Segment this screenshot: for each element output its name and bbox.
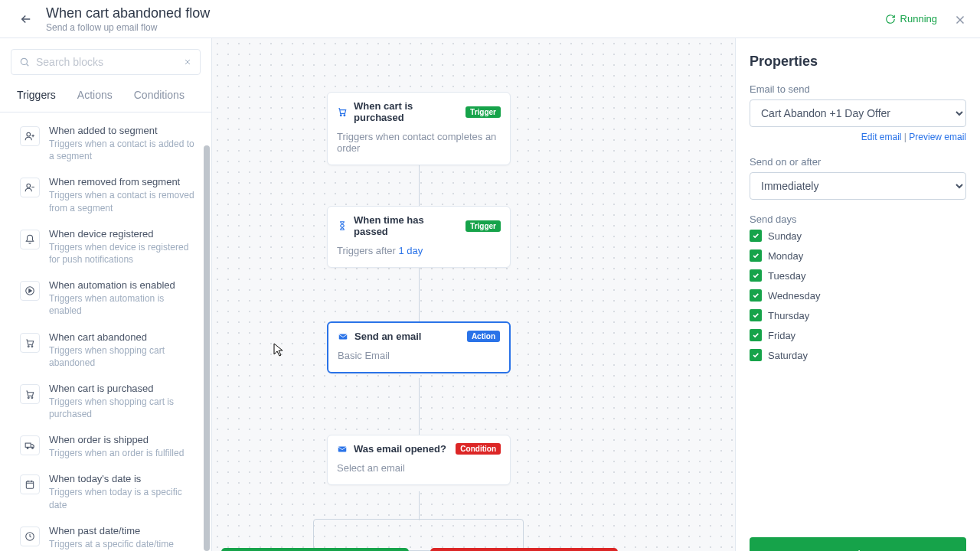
connector <box>419 491 420 520</box>
day-label: Wednesday <box>768 290 820 302</box>
day-checkbox-row[interactable]: Friday <box>750 329 966 341</box>
block-item[interactable]: When cart is purchased Triggers when sho… <box>0 375 211 426</box>
node-title: When cart is purchased <box>354 100 459 123</box>
block-title: When order is shipped <box>49 434 184 445</box>
send-on-select[interactable]: Immediately <box>750 172 966 200</box>
email-label: Email to send <box>750 83 966 95</box>
day-checkbox-row[interactable]: Thursday <box>750 309 966 321</box>
tab-triggers[interactable]: Triggers <box>17 89 56 106</box>
block-desc: Triggers when an order is fulfilled <box>49 447 184 459</box>
search-input[interactable] <box>11 49 201 75</box>
edit-email-link[interactable]: Edit email <box>861 132 902 142</box>
block-item[interactable]: When order is shipped Triggers when an o… <box>0 426 211 465</box>
block-desc: Triggers when a contact is removed from … <box>49 189 196 214</box>
checkbox-icon[interactable] <box>750 309 762 321</box>
properties-panel: Properties Email to send Cart Abandon +1… <box>735 38 980 551</box>
node-badge: Trigger <box>466 220 501 232</box>
block-title: When device registered <box>49 228 196 240</box>
node-badge: Trigger <box>466 106 501 118</box>
branch-no[interactable] <box>430 548 618 551</box>
block-desc: Triggers when today is a specific date <box>49 486 196 510</box>
bell-icon <box>20 230 40 249</box>
cart-icon <box>20 333 40 353</box>
block-desc: Triggers when shopping cart is purchased <box>49 396 196 420</box>
checkbox-icon[interactable] <box>750 349 762 361</box>
svg-point-9 <box>27 448 28 449</box>
block-item[interactable]: When cart abandoned Triggers when shoppi… <box>0 324 211 375</box>
node-body: Triggers when contact completes an order <box>328 126 510 165</box>
svg-point-0 <box>21 58 27 64</box>
preview-email-link[interactable]: Preview email <box>909 132 966 142</box>
flow-canvas[interactable]: When cart is purchased Trigger Triggers … <box>212 38 735 551</box>
svg-rect-16 <box>338 446 347 452</box>
refresh-icon <box>885 14 896 24</box>
day-checkbox-row[interactable]: Monday <box>750 249 966 262</box>
node-title: Was email opened? <box>354 443 449 455</box>
cart-icon <box>20 384 40 404</box>
day-checkbox-row[interactable]: Tuesday <box>750 269 966 282</box>
day-label: Sunday <box>768 230 802 242</box>
page-title: When cart abandoned flow <box>46 5 885 21</box>
cursor-icon <box>273 343 284 357</box>
flow-node-condition[interactable]: Was email opened? Condition Select an em… <box>327 435 511 485</box>
branch-yes[interactable] <box>221 548 409 551</box>
search-icon <box>19 57 30 67</box>
svg-rect-8 <box>25 443 31 447</box>
status-badge: Running <box>885 13 937 24</box>
cart-blue-icon <box>337 106 348 117</box>
day-label: Saturday <box>768 350 808 361</box>
day-checkbox-row[interactable]: Wednesday <box>750 289 966 302</box>
block-item[interactable]: When automation is enabled Triggers when… <box>0 272 211 323</box>
checkbox-icon[interactable] <box>750 249 762 262</box>
svg-point-7 <box>31 397 33 399</box>
checkbox-icon[interactable] <box>750 269 762 282</box>
node-badge: Action <box>467 331 500 342</box>
checkbox-icon[interactable] <box>750 329 762 341</box>
day-label: Friday <box>768 330 795 341</box>
block-item[interactable]: When today's date is Triggers when today… <box>0 465 211 517</box>
clock-icon <box>20 527 40 546</box>
update-button[interactable]: Update <box>750 537 966 551</box>
day-label: Monday <box>768 250 803 262</box>
block-item[interactable]: When device registered Triggers when dev… <box>0 220 211 272</box>
hourglass-blue-icon <box>337 220 348 231</box>
connector <box>419 378 420 437</box>
flow-node-action[interactable]: Send an email Action Basic Email <box>327 321 511 373</box>
play-icon <box>20 281 40 301</box>
user-minus-icon <box>20 178 40 197</box>
node-title: When time has passed <box>354 214 459 237</box>
truck-icon <box>20 435 40 455</box>
block-title: When cart abandoned <box>49 331 196 343</box>
svg-point-1 <box>27 132 31 136</box>
sidebar: Triggers Actions Conditions When added t… <box>0 38 212 551</box>
flow-node-trigger[interactable]: When cart is purchased Trigger Triggers … <box>327 92 511 165</box>
flow-node-trigger[interactable]: When time has passed Trigger Triggers af… <box>327 206 511 268</box>
svg-point-10 <box>32 448 34 449</box>
tab-actions[interactable]: Actions <box>77 89 113 106</box>
close-button[interactable] <box>951 11 969 29</box>
block-desc: Triggers when a contact is added to a se… <box>49 138 196 162</box>
block-desc: Triggers when shopping cart abandoned <box>49 344 196 369</box>
svg-point-4 <box>28 345 29 347</box>
clear-icon[interactable] <box>183 57 192 67</box>
block-item[interactable]: When removed from segment Triggers when … <box>0 168 211 220</box>
node-body: Select an email <box>328 458 510 484</box>
send-days-label: Send days <box>750 214 966 225</box>
properties-title: Properties <box>750 54 966 70</box>
tab-conditions[interactable]: Conditions <box>134 89 185 106</box>
checkbox-icon[interactable] <box>750 289 762 302</box>
day-checkbox-row[interactable]: Sunday <box>750 230 966 242</box>
email-select[interactable]: Cart Abandon +1 Day Offer <box>750 99 966 127</box>
day-checkbox-row[interactable]: Saturday <box>750 349 966 361</box>
block-item[interactable]: When past date/time Triggers at a specif… <box>0 517 211 551</box>
node-body: Basic Email <box>328 345 509 372</box>
checkbox-icon[interactable] <box>750 230 762 242</box>
scrollbar[interactable] <box>204 145 210 551</box>
branch-container <box>313 519 524 551</box>
block-title: When today's date is <box>49 473 196 484</box>
page-subtitle: Send a follow up email flow <box>46 22 885 33</box>
back-button[interactable] <box>15 8 37 30</box>
node-badge: Condition <box>456 443 501 455</box>
svg-point-14 <box>344 115 345 116</box>
block-item[interactable]: When added to segment Triggers when a co… <box>0 117 211 168</box>
